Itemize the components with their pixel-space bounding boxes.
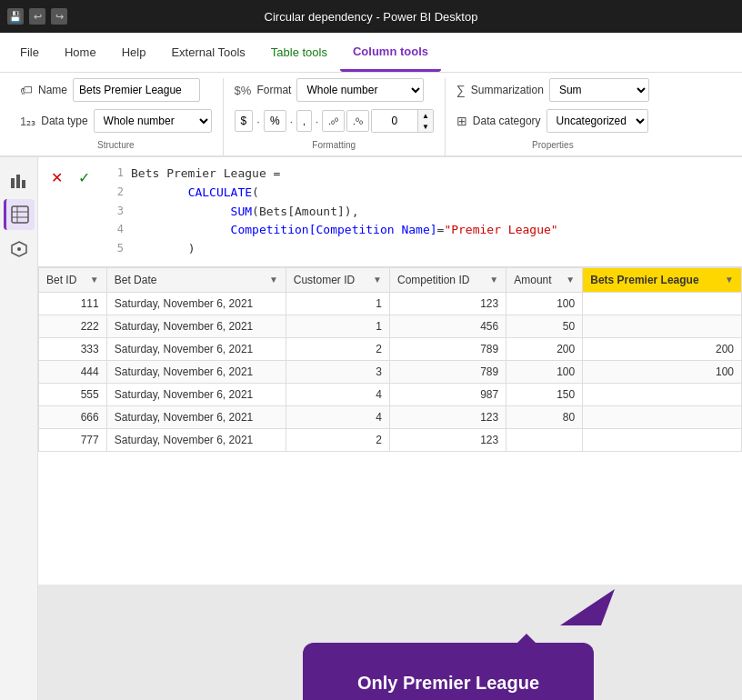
cell-bpl [583, 428, 742, 451]
cell-bet-id: 666 [39, 405, 107, 428]
tooltip-bubble: Only Premier League bets are displayed [303, 643, 594, 700]
cell-amount: 100 [506, 360, 583, 383]
currency-button[interactable]: $ [235, 110, 254, 132]
undo-icon[interactable]: ↩ [29, 8, 45, 25]
sidebar-btn-barchart[interactable] [4, 165, 35, 195]
decimal-input[interactable] [372, 110, 417, 132]
model-icon [10, 240, 28, 258]
summarization-select[interactable]: Sum [549, 78, 649, 102]
prop-col: ∑ Summarization Sum ⊞ Data category Unca… [456, 78, 649, 136]
col-header-competition-id: Competition ID ▼ [390, 267, 506, 292]
table-row: 333 Saturday, November 6, 2021 2 789 200… [39, 337, 742, 360]
sidebar-btn-table[interactable] [4, 199, 35, 230]
title-bar-icons: 💾 ↩ ↪ [7, 8, 67, 25]
formula-confirm-button[interactable]: ✓ [73, 166, 95, 188]
category-row: ⊞ Data category Uncategorized [456, 109, 649, 133]
table-row: 222 Saturday, November 6, 2021 1 456 50 [39, 315, 742, 337]
format-select[interactable]: Whole number [296, 78, 424, 102]
summarization-row: ∑ Summarization Sum [456, 78, 649, 102]
increase-decimal-button[interactable]: .₀⁰ [322, 110, 345, 132]
code-competition: Competition[Competition Name] [231, 221, 437, 240]
cell-amount: 200 [506, 337, 583, 360]
divider1: · [255, 115, 262, 128]
decimal-up[interactable]: ▲ [418, 110, 433, 121]
percent-button[interactable]: % [264, 110, 286, 132]
svg-rect-3 [12, 206, 28, 223]
tooltip-text: Only Premier League bets are displayed [357, 673, 539, 700]
formula-cancel-button[interactable]: ✕ [45, 166, 67, 188]
cell-bpl [583, 383, 742, 405]
cell-amount: 50 [506, 315, 583, 337]
ribbon: 🏷 Name 1₂₃ Data type Whole number Struct… [0, 73, 742, 157]
cell-amount: 100 [506, 292, 583, 315]
cell-customer-id: 1 [286, 292, 389, 315]
cell-bet-date: Saturday, November 6, 2021 [106, 428, 286, 451]
cell-bet-date: Saturday, November 6, 2021 [106, 383, 286, 405]
cell-bet-id: 222 [39, 315, 107, 337]
code-calculate: CALCULATE [188, 184, 252, 203]
cell-amount: 150 [506, 383, 583, 405]
cell-bpl [583, 292, 742, 315]
cell-bet-date: Saturday, November 6, 2021 [106, 292, 286, 315]
menu-external-tools[interactable]: External Tools [158, 33, 257, 72]
table-icon [11, 205, 29, 224]
bet-id-arrow[interactable]: ▼ [90, 275, 99, 285]
code-sum: SUM [231, 203, 252, 222]
cell-bet-date: Saturday, November 6, 2021 [106, 315, 286, 337]
formatting-content: $% Format Whole number $ · % · ‚ · .₀⁰ .… [235, 78, 434, 136]
sigma-icon: ∑ [456, 83, 466, 97]
decimal-down[interactable]: ▼ [418, 121, 433, 132]
amount-arrow[interactable]: ▼ [566, 275, 575, 285]
customer-id-arrow[interactable]: ▼ [373, 275, 382, 285]
bet-date-arrow[interactable]: ▼ [269, 275, 278, 285]
cell-competition-id: 987 [390, 383, 506, 405]
decimal-input-wrap: ▲ ▼ [371, 109, 434, 133]
menu-help[interactable]: Help [109, 33, 159, 72]
svg-marker-9 [560, 589, 615, 625]
redo-icon[interactable]: ↪ [51, 8, 67, 25]
format-buttons-row: $ · % · ‚ · .₀⁰ .⁰₀ ▲ ▼ [235, 109, 434, 133]
datatype-field-row: 1₂₃ Data type Whole number [20, 109, 212, 133]
currency-icon: $% [235, 84, 252, 97]
properties-label: Properties [532, 140, 574, 150]
tooltip-pointer [551, 585, 624, 630]
decrease-decimal-button[interactable]: .⁰₀ [346, 110, 369, 132]
comma-button[interactable]: ‚ [296, 110, 311, 132]
cell-bet-date: Saturday, November 6, 2021 [106, 337, 286, 360]
title-text: Circular dependency - Power BI Desktop [265, 10, 478, 24]
format-field-row: $% Format Whole number [235, 78, 434, 102]
cell-bpl [583, 405, 742, 428]
cell-customer-id: 4 [286, 383, 389, 405]
properties-content: ∑ Summarization Sum ⊞ Data category Unca… [456, 78, 649, 136]
name-field-row: 🏷 Name [20, 78, 212, 102]
code-line-5: 5 ) [109, 240, 735, 259]
code-text-1: Bets Premier League = [131, 165, 280, 184]
title-bar: 💾 ↩ ↪ Circular dependency - Power BI Des… [0, 0, 742, 33]
name-input[interactable] [73, 78, 200, 102]
bets-pl-arrow[interactable]: ▼ [725, 275, 734, 285]
cell-customer-id: 2 [286, 428, 389, 451]
cell-bet-date: Saturday, November 6, 2021 [106, 405, 286, 428]
datatype-select[interactable]: Whole number [94, 109, 212, 133]
cell-bpl: 200 [583, 337, 742, 360]
col-header-bet-id: Bet ID ▼ [39, 267, 107, 292]
category-select[interactable]: Uncategorized [546, 109, 648, 133]
datatype-icon: 1₂₃ [20, 115, 35, 128]
menu-column-tools[interactable]: Column tools [340, 33, 441, 72]
competition-id-arrow[interactable]: ▼ [489, 275, 498, 285]
menu-file[interactable]: File [7, 33, 52, 72]
sidebar-btn-model[interactable] [4, 234, 35, 265]
table-body: 111 Saturday, November 6, 2021 1 123 100… [39, 292, 742, 451]
line-num-4: 4 [109, 221, 124, 240]
format-label: Format [256, 84, 291, 96]
col-header-bet-date: Bet Date ▼ [106, 267, 286, 292]
table-row: 555 Saturday, November 6, 2021 4 987 150 [39, 383, 742, 405]
col-header-customer-id: Customer ID ▼ [286, 267, 389, 292]
menu-table-tools[interactable]: Table tools [258, 33, 340, 72]
save-icon[interactable]: 💾 [7, 8, 24, 25]
menu-home[interactable]: Home [52, 33, 109, 72]
table-header: Bet ID ▼ Bet Date ▼ Cust [39, 267, 742, 292]
name-icon: 🏷 [20, 83, 33, 97]
cell-customer-id: 1 [286, 315, 389, 337]
cell-competition-id: 123 [390, 428, 506, 451]
